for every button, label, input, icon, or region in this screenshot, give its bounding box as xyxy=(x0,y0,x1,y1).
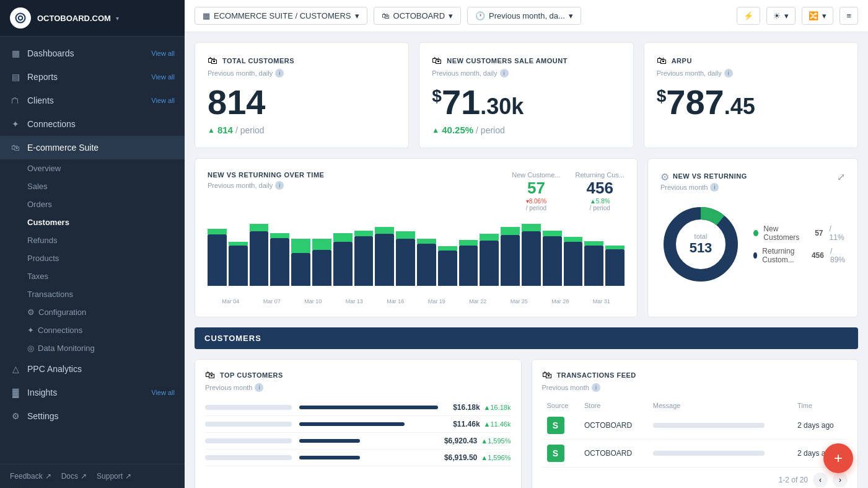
new-customers-sale-pct: 40.25% xyxy=(442,125,473,135)
sidebar-item-ppc[interactable]: △ PPC Analytics xyxy=(0,357,185,381)
customer-change-1: ▲11.46k xyxy=(484,420,511,428)
reports-label: Reports xyxy=(27,72,58,82)
bar-group-13 xyxy=(480,234,499,286)
arpu-info[interactable]: i xyxy=(724,69,733,78)
bar-group-0 xyxy=(208,229,227,286)
svg-point-0 xyxy=(16,14,25,23)
new-cust-period: / period xyxy=(512,205,560,211)
transactions-body: S OCTOBOARD 2 days ago S OCTOBOARD 2 day… xyxy=(542,412,848,468)
insights-label: Insights xyxy=(27,388,57,397)
donut-settings-icon[interactable]: ⚙ xyxy=(660,171,669,183)
support-link[interactable]: Support ↗ xyxy=(97,472,131,481)
tx-store-1: OCTOBOARD xyxy=(579,440,648,468)
lightning-button[interactable]: ⚡ xyxy=(737,7,760,25)
new-customers-sale-card: 🛍 NEW CUSTOMERS SALE AMOUNT Previous mon… xyxy=(419,42,633,148)
donut-info[interactable]: i xyxy=(710,183,719,192)
sidebar-item-ecommerce[interactable]: 🛍 E-commerce Suite xyxy=(0,136,185,159)
support-icon: ↗ xyxy=(125,472,131,481)
period-selector-button[interactable]: 🕐 Previous month, da... ▾ xyxy=(467,7,581,25)
bar-secondary-13 xyxy=(480,234,499,241)
new-customers-sale-info[interactable]: i xyxy=(500,69,509,78)
bar-secondary-8 xyxy=(375,227,394,234)
tx-source-1: S xyxy=(542,440,580,468)
dashboards-view-all[interactable]: View all xyxy=(151,50,175,57)
sidebar-item-dashboards[interactable]: ▦ Dashboards View all xyxy=(0,42,185,65)
fab-button[interactable]: + xyxy=(823,443,853,473)
customer-bar-2 xyxy=(299,439,360,443)
customer-amount-1: $11.46k xyxy=(453,420,480,428)
sidebar-item-insights[interactable]: ▓ Insights View all xyxy=(0,381,185,404)
total-customers-card: 🛍 TOTAL CUSTOMERS Previous month, daily … xyxy=(195,42,409,148)
bar-group-10 xyxy=(417,239,436,286)
bar-main-3 xyxy=(270,238,289,286)
total-customers-info[interactable]: i xyxy=(275,69,284,78)
clients-view-all[interactable]: View all xyxy=(151,97,175,104)
transactions-card: 🛍 TRANSACTIONS FEED Previous month i Sou… xyxy=(532,359,859,488)
pagination-prev[interactable]: ‹ xyxy=(813,472,828,487)
customer-amount-3: $6,919.50 xyxy=(444,453,477,462)
donut-legend-returning: Returning Custom... 456 / 89% xyxy=(753,247,845,264)
sidebar-item-refunds[interactable]: Refunds xyxy=(27,231,185,249)
transactions-header: Source Store Message Time xyxy=(542,399,848,412)
ppc-icon: △ xyxy=(10,363,21,375)
expand-icon[interactable]: ⤢ xyxy=(837,171,845,183)
lightning-icon: ⚡ xyxy=(743,11,753,20)
transactions-period: Previous month i xyxy=(542,383,848,392)
bar-secondary-16 xyxy=(543,231,562,236)
x-label-0: Mar 04 xyxy=(210,298,252,304)
bar-chart-info[interactable]: i xyxy=(275,181,284,190)
sidebar-item-data-monitoring[interactable]: ◎ Data Monitoring xyxy=(27,339,185,357)
sidebar-item-settings[interactable]: ⚙ Settings xyxy=(0,404,185,428)
sidebar-item-overview[interactable]: Overview xyxy=(27,159,185,177)
col-message: Message xyxy=(648,399,792,412)
pagination-next[interactable]: › xyxy=(833,472,848,487)
customer-bar-0 xyxy=(299,406,438,409)
bar-group-4 xyxy=(291,239,310,286)
docs-link[interactable]: Docs ↗ xyxy=(61,472,87,481)
customer-change-3: ▲1,596% xyxy=(481,454,511,461)
ecommerce-label: E-commerce Suite xyxy=(27,143,99,153)
x-label-9: Mar 31 xyxy=(581,298,623,304)
customer-bar-wrap-3 xyxy=(299,456,437,459)
bar-main-7 xyxy=(354,236,374,286)
org-selector[interactable]: OCTOBOARD.COM ▾ xyxy=(37,14,175,23)
feedback-link[interactable]: Feedback ↗ xyxy=(10,472,51,481)
new-customers-sale-decimal: .30k xyxy=(480,94,524,119)
reports-view-all[interactable]: View all xyxy=(151,73,175,81)
sidebar-item-reports[interactable]: ▤ Reports View all xyxy=(0,65,185,89)
sidebar-item-clients[interactable]: ⛫ Clients View all xyxy=(0,89,185,112)
col-store: Store xyxy=(579,399,648,412)
ppc-label: PPC Analytics xyxy=(27,364,82,374)
board-selector-button[interactable]: 🛍 OCTOBOARD ▾ xyxy=(374,7,462,25)
insights-view-all[interactable]: View all xyxy=(151,389,175,396)
share-button[interactable]: 🔀 ▾ xyxy=(802,7,833,25)
x-label-4: Mar 16 xyxy=(375,298,416,304)
sidebar-item-connections2[interactable]: ✦ Connections xyxy=(27,321,185,339)
sidebar-item-taxes[interactable]: Taxes xyxy=(27,267,185,285)
theme-button[interactable]: ☀ ▾ xyxy=(766,7,796,25)
ret-cust-period: / period xyxy=(576,205,625,211)
transactions-info[interactable]: i xyxy=(592,383,600,392)
feedback-label: Feedback xyxy=(10,472,43,481)
tx-time-0: 2 days ago xyxy=(792,412,848,440)
sidebar-item-orders[interactable]: Orders xyxy=(27,195,185,213)
sidebar-logo[interactable]: OCTOBOARD.COM ▾ xyxy=(0,0,185,37)
sidebar-item-customers[interactable]: Customers xyxy=(27,213,185,231)
theme-icon: ☀ xyxy=(773,11,781,20)
sidebar-item-connections[interactable]: ✦ Connections xyxy=(0,112,185,136)
x-label-3: Mar 13 xyxy=(334,298,375,304)
sidebar-item-products[interactable]: Products xyxy=(27,249,185,267)
top-customer-item-0: $16.18k ▲16.18k xyxy=(205,399,511,416)
suite-selector-button[interactable]: ▦ ECOMMERCE SUITE / CUSTOMERS ▾ xyxy=(195,7,367,25)
menu-button[interactable]: ≡ xyxy=(840,7,858,25)
top-customers-info[interactable]: i xyxy=(255,383,263,392)
top-customers-period: Previous month i xyxy=(205,383,511,392)
monitoring-icon: ◎ xyxy=(27,344,34,353)
sidebar-item-sales[interactable]: Sales xyxy=(27,177,185,195)
sidebar-item-transactions[interactable]: Transactions xyxy=(27,285,185,303)
bar-secondary-10 xyxy=(417,239,436,244)
bar-xaxis: Mar 04Mar 07Mar 10Mar 13Mar 16Mar 19Mar … xyxy=(208,298,625,304)
products-label: Products xyxy=(27,254,59,263)
bar-main-12 xyxy=(459,246,478,286)
sidebar-item-configuration[interactable]: ⚙ Configuration xyxy=(27,303,185,321)
